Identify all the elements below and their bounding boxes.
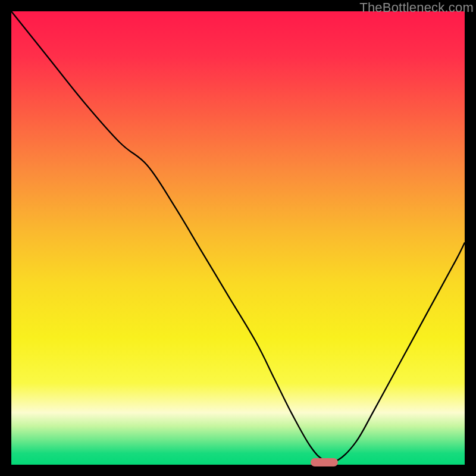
optimum-marker: [311, 458, 338, 466]
bottleneck-chart: [11, 11, 465, 465]
chart-frame: [11, 11, 465, 465]
gradient-background: [11, 11, 465, 465]
watermark-text: TheBottleneck.com: [359, 0, 474, 15]
